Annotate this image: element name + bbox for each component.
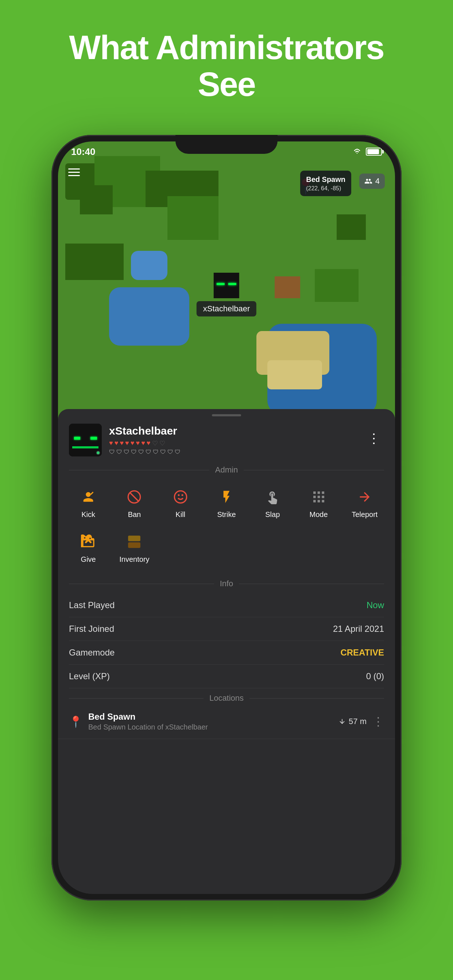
bed-spawn-coords: (222, 64, -85)	[306, 185, 345, 192]
players-icon	[364, 177, 372, 185]
player-map-label: xStachelbaer	[196, 301, 257, 317]
svg-line-2	[130, 493, 139, 501]
bed-spawn-label: Bed Spawn	[306, 174, 345, 185]
location-more-button[interactable]: ⋮	[372, 714, 384, 729]
slap-action[interactable]: Slap	[249, 482, 295, 524]
locations-section-divider: Locations	[58, 694, 395, 703]
heart-3: ♥	[120, 439, 124, 447]
info-section: Last Played Now First Joined 21 April 20…	[58, 590, 395, 692]
location-text: Bed Spawn Bed Spawn Location of xStachel…	[88, 712, 333, 731]
phone-screen: 10:40	[58, 142, 395, 894]
avatar-eye-left	[74, 437, 81, 440]
player-map-sprite: xStachelbaer	[196, 273, 257, 317]
header-line1: What Administrators	[0, 29, 453, 66]
svg-rect-6	[128, 536, 140, 541]
ban-icon	[124, 487, 144, 507]
give-action[interactable]: Give	[65, 527, 111, 569]
armor-8: 🛡	[160, 449, 166, 455]
status-icons	[352, 148, 382, 156]
kill-icon	[171, 487, 190, 507]
player-info-row: xStachelbaer ♥ ♥ ♥ ♥ ♥ ♥ ♥ ♥ ♡ ♡ 🛡	[58, 416, 395, 464]
last-played-value: Now	[367, 600, 384, 610]
location-desc: Bed Spawn Location of xStachelbaer	[88, 723, 333, 731]
kill-action[interactable]: Kill	[158, 482, 204, 524]
heart-1: ♥	[109, 439, 113, 447]
gamemode-label: Gamemode	[69, 648, 115, 658]
armor-2: 🛡	[116, 449, 122, 455]
inventory-label: Inventory	[119, 555, 149, 564]
map-forest-patch-7	[315, 269, 359, 302]
wifi-icon	[352, 148, 362, 155]
heart-9: ♡	[152, 439, 158, 447]
inventory-action[interactable]: Inventory	[111, 527, 157, 569]
location-distance: 57 m	[338, 717, 367, 726]
heart-6: ♥	[136, 439, 140, 447]
player-details: xStachelbaer ♥ ♥ ♥ ♥ ♥ ♥ ♥ ♥ ♡ ♡ 🛡	[109, 425, 356, 455]
heart-7: ♥	[141, 439, 145, 447]
teleport-action[interactable]: Teleport	[342, 482, 388, 524]
distance-value: 57 m	[349, 717, 367, 726]
admin-label: Admin	[209, 465, 244, 475]
info-label: Info	[214, 579, 239, 589]
header-line2: See	[0, 66, 453, 103]
armor-5: 🛡	[138, 449, 144, 455]
level-row: Level (XP) 0 (0)	[69, 665, 384, 688]
svg-point-3	[174, 491, 187, 503]
armor-4: 🛡	[131, 449, 137, 455]
map-water-1	[109, 287, 189, 345]
armor-10: 🛡	[175, 449, 180, 455]
bed-spawn-tooltip: Bed Spawn (222, 64, -85)	[300, 170, 351, 196]
heart-2: ♥	[115, 439, 118, 447]
level-label: Level (XP)	[69, 671, 110, 681]
strike-action[interactable]: Strike	[204, 482, 249, 524]
empty-slot-2	[204, 527, 249, 569]
kick-icon	[78, 487, 98, 507]
mode-icon	[309, 487, 329, 507]
hamburger-icon	[68, 175, 80, 176]
avatar-bar	[72, 446, 99, 449]
menu-button[interactable]	[68, 166, 80, 178]
teleport-icon	[355, 487, 375, 507]
mode-label: Mode	[309, 511, 328, 519]
map-forest-patch-3	[80, 185, 113, 215]
locations-divider-right	[249, 698, 384, 698]
avatar-eye-right	[91, 437, 97, 440]
empty-slot-4	[295, 527, 341, 569]
status-time: 10:40	[71, 146, 96, 158]
ban-action[interactable]: Ban	[111, 482, 157, 524]
map-forest-patch-8	[337, 215, 366, 240]
phone-frame: 10:40	[51, 135, 402, 900]
avatar-eyes	[74, 437, 97, 440]
heart-10: ♡	[160, 439, 165, 447]
ban-label: Ban	[128, 511, 141, 519]
distance-down-icon	[338, 718, 346, 725]
mode-action[interactable]: Mode	[295, 482, 341, 524]
phone-notch	[175, 135, 278, 154]
map-sand-2	[267, 360, 322, 390]
first-joined-row: First Joined 21 April 2021	[69, 617, 384, 641]
svg-line-0	[91, 492, 93, 495]
empty-slot-5	[342, 527, 388, 569]
svg-rect-7	[128, 542, 140, 548]
level-value: 0 (0)	[366, 671, 384, 681]
heart-5: ♥	[131, 439, 135, 447]
gamemode-row: Gamemode CREATIVE	[69, 641, 384, 665]
info-divider-right	[239, 584, 384, 584]
map-area: Bed Spawn (222, 64, -85) 📍 4	[58, 142, 395, 441]
hamburger-icon	[68, 169, 80, 170]
sprite-body	[214, 273, 239, 298]
bed-spawn-location-item[interactable]: 📍 Bed Spawn Bed Spawn Location of xStach…	[58, 705, 395, 739]
heart-4: ♥	[125, 439, 129, 447]
locations-label: Locations	[204, 694, 249, 703]
kick-label: Kick	[81, 511, 95, 519]
more-options-button[interactable]: ⋮	[364, 427, 384, 450]
strike-label: Strike	[217, 511, 236, 519]
armor-1: 🛡	[109, 449, 115, 455]
action-row-2: Give Inventory	[65, 527, 388, 569]
kick-action[interactable]: Kick	[65, 482, 111, 524]
sprite-eyes	[217, 283, 236, 285]
heart-8: ♥	[147, 439, 151, 447]
info-divider-left	[69, 584, 214, 584]
admin-actions: Kick Ban	[58, 476, 395, 578]
player-detail-sheet[interactable]: xStachelbaer ♥ ♥ ♥ ♥ ♥ ♥ ♥ ♥ ♡ ♡ 🛡	[58, 409, 395, 894]
